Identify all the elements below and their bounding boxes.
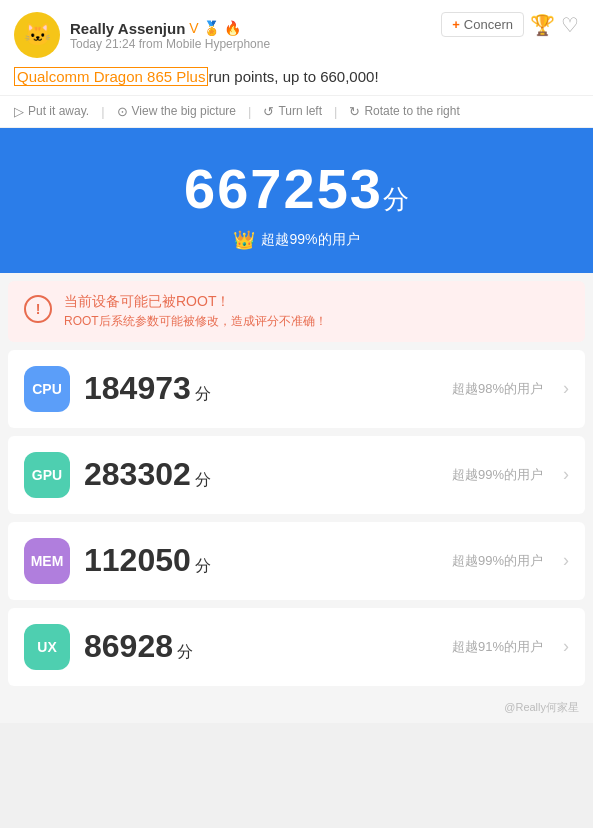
- gpu-rank: 超越99%的用户: [452, 466, 543, 484]
- post-suffix: run points, up to 660,000!: [208, 68, 378, 85]
- mem-badge: MEM: [24, 538, 70, 584]
- gpu-score-display: 283302 分: [84, 456, 211, 493]
- ux-score-unit: 分: [177, 643, 193, 660]
- rotate-right-label: Rotate to the right: [364, 104, 459, 118]
- ux-rank: 超越91%的用户: [452, 638, 543, 656]
- benchmark-header: 667253分 👑 超越99%的用户: [0, 128, 593, 273]
- divider1: |: [101, 104, 104, 119]
- concern-label: Concern: [464, 17, 513, 32]
- mem-score-row[interactable]: MEM 112050 分 超越99%的用户 ›: [8, 522, 585, 600]
- rotate-right-action[interactable]: ↻ Rotate to the right: [349, 102, 471, 121]
- username-row: Really Assenjun V 🏅 🔥: [70, 20, 270, 37]
- concern-button[interactable]: + Concern: [441, 12, 524, 37]
- rotate-right-icon: ↻: [349, 104, 360, 119]
- cpu-rank: 超越98%的用户: [452, 380, 543, 398]
- mem-score-unit: 分: [195, 557, 211, 574]
- total-score-display: 667253分: [20, 156, 573, 221]
- user-info: Really Assenjun V 🏅 🔥 Today 21:24 from M…: [70, 20, 270, 51]
- mem-score-value: 112050: [84, 542, 191, 578]
- warning-title: 当前设备可能已被ROOT！: [64, 293, 569, 311]
- header-actions: + Concern 🏆 ♡: [441, 12, 579, 37]
- view-picture-action[interactable]: ⊙ View the big picture: [117, 102, 249, 121]
- turn-left-action[interactable]: ↺ Turn left: [263, 102, 334, 121]
- mem-chevron-icon: ›: [563, 550, 569, 571]
- warning-desc: ROOT后系统参数可能被修改，造成评分不准确！: [64, 313, 569, 330]
- trophy-emoji: 🏆: [530, 13, 555, 37]
- mem-rank: 超越99%的用户: [452, 552, 543, 570]
- badge-emoji: 🏅: [203, 20, 220, 36]
- warning-icon: !: [24, 295, 52, 323]
- turn-left-icon: ↺: [263, 104, 274, 119]
- post-timestamp: Today 21:24 from Mobile Hyperphone: [70, 37, 270, 51]
- divider3: |: [334, 104, 337, 119]
- gpu-score-row[interactable]: GPU 283302 分 超越99%的用户 ›: [8, 436, 585, 514]
- cpu-badge: CPU: [24, 366, 70, 412]
- view-label: View the big picture: [132, 104, 237, 118]
- ux-score-row[interactable]: UX 86928 分 超越91%的用户 ›: [8, 608, 585, 686]
- post-card: 🐱 Really Assenjun V 🏅 🔥 Today 21:24 from…: [0, 0, 593, 723]
- put-away-icon: ▷: [14, 104, 24, 119]
- watermark-text: @Really何家星: [504, 701, 579, 713]
- heart-icon[interactable]: ♡: [561, 13, 579, 37]
- ux-score-value: 86928: [84, 628, 173, 664]
- rank-label: 超越99%的用户: [261, 231, 359, 249]
- ux-score-display: 86928 分: [84, 628, 193, 665]
- gpu-chevron-icon: ›: [563, 464, 569, 485]
- verified-icon: V: [189, 20, 198, 36]
- user-info-group: 🐱 Really Assenjun V 🏅 🔥 Today 21:24 from…: [14, 12, 270, 58]
- ux-chevron-icon: ›: [563, 636, 569, 657]
- put-away-action[interactable]: ▷ Put it away.: [14, 102, 101, 121]
- turn-left-label: Turn left: [278, 104, 322, 118]
- avatar[interactable]: 🐱: [14, 12, 60, 58]
- watermark: @Really何家星: [0, 694, 593, 723]
- benchmark-container: 667253分 👑 超越99%的用户 ! 当前设备可能已被ROOT！ ROOT后…: [0, 128, 593, 723]
- gpu-score-value: 283302: [84, 456, 191, 492]
- ux-badge: UX: [24, 624, 70, 670]
- post-header: 🐱 Really Assenjun V 🏅 🔥 Today 21:24 from…: [14, 12, 579, 58]
- warning-text-block: 当前设备可能已被ROOT！ ROOT后系统参数可能被修改，造成评分不准确！: [64, 293, 569, 330]
- mem-score-display: 112050 分: [84, 542, 211, 579]
- cpu-score-display: 184973 分: [84, 370, 211, 407]
- total-score-value: 667253: [184, 157, 383, 220]
- view-icon: ⊙: [117, 104, 128, 119]
- concern-plus: +: [452, 17, 460, 32]
- post-text: Qualcomm Dragon 865 Plusrun points, up t…: [14, 66, 579, 89]
- total-score-unit: 分: [383, 184, 409, 214]
- cpu-score-row[interactable]: CPU 184973 分 超越98%的用户 ›: [8, 350, 585, 428]
- put-away-label: Put it away.: [28, 104, 89, 118]
- cpu-chevron-icon: ›: [563, 378, 569, 399]
- cpu-score-unit: 分: [195, 385, 211, 402]
- divider2: |: [248, 104, 251, 119]
- root-warning: ! 当前设备可能已被ROOT！ ROOT后系统参数可能被修改，造成评分不准确！: [8, 281, 585, 342]
- crown-icon: 👑: [233, 229, 255, 251]
- username: Really Assenjun: [70, 20, 185, 37]
- fire-emoji: 🔥: [224, 20, 241, 36]
- gpu-badge: GPU: [24, 452, 70, 498]
- action-bar: ▷ Put it away. | ⊙ View the big picture …: [0, 95, 593, 128]
- gpu-score-unit: 分: [195, 471, 211, 488]
- rank-display: 👑 超越99%的用户: [20, 229, 573, 251]
- highlight-text: Qualcomm Dragon 865 Plus: [14, 67, 208, 86]
- cpu-score-value: 184973: [84, 370, 191, 406]
